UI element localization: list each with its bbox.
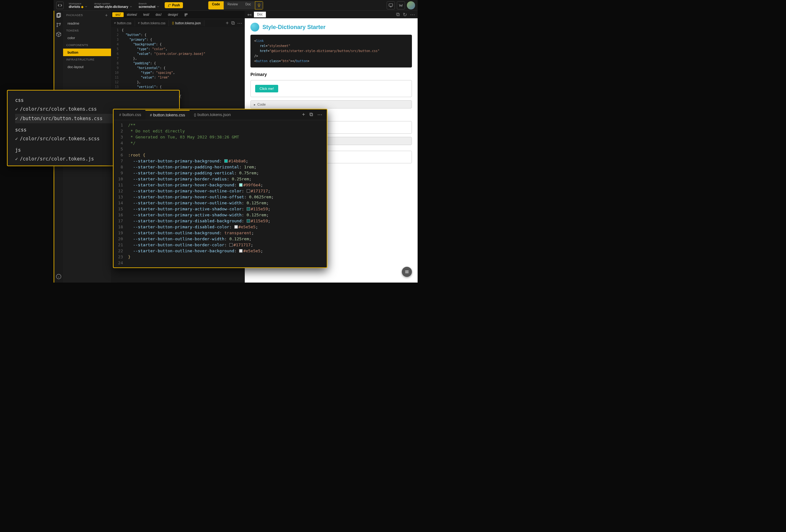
folder-tabs: src/ stories/ test/ doc/ design/ [111,11,245,19]
floating-menu-button[interactable] [402,267,412,277]
app-logo[interactable] [56,2,64,9]
chevron-down-icon [157,5,160,8]
push-button[interactable]: Push [165,2,183,8]
add-icon[interactable]: + [105,13,108,18]
section-tokens: TOKENS [63,27,111,34]
monitor-icon [389,3,393,7]
more-icon[interactable]: ⋯ [317,112,322,118]
doc-title: Style-Dictionary Starter [262,24,325,30]
more-icon[interactable]: ⋯ [410,11,415,18]
float-editor-body[interactable]: 123456789101112131415161718192021222324 … [114,120,327,268]
svg-point-0 [168,6,169,7]
git-push-icon [168,4,171,7]
files-icon[interactable] [56,13,62,18]
code-toggle-primary[interactable]: Code [250,100,412,109]
push-button-label: Push [172,3,180,7]
tab-review[interactable]: Review [224,1,241,9]
folder-tab-test[interactable]: test/ [140,12,152,17]
folder-tab-doc[interactable]: doc/ [152,12,165,17]
view-mode-tabs: Code Review Doc [208,1,263,9]
section-infrastructure: INFRASTRUCTURE [63,56,111,63]
css-icon: # [138,21,140,25]
workspace-selector[interactable]: Workspace divriots ◆ [66,2,90,8]
back-arrow-icon[interactable]: ↤ [247,11,251,18]
tab-code[interactable]: Code [208,1,224,9]
folder-tab-design[interactable]: design/ [165,12,181,17]
package-icon[interactable] [56,31,62,37]
design-system-value: starter-style-dictionary [94,5,128,8]
float-editor-tabs: #button.css #button.tokens.css {}button.… [114,110,327,120]
more-icon[interactable]: ⋯ [237,20,242,26]
file-tab-button-tokens-css[interactable]: #button.tokens.css [135,20,169,26]
info-icon[interactable] [56,274,62,279]
code-snippet: <link rel="stylesheet" href="@divriots/s… [250,35,412,68]
folder-tab-preview[interactable] [181,12,191,17]
doc-header-actions: ⧉ ↻ ⋯ [396,11,415,18]
heading-primary: Primary [250,72,412,77]
git-branch-icon[interactable] [56,22,62,28]
section-packages: PACKAGES + [63,11,111,20]
doc-panel-header: ↤ Doc ⧉ ↻ ⋯ [245,11,418,18]
menu-icon [404,269,409,274]
tab-doc[interactable]: Doc [241,1,255,9]
design-system-selector[interactable]: design system starter-style-dictionary [91,2,135,8]
branch-label: Branch [139,2,160,5]
svg-rect-2 [389,3,393,6]
header-right-group [387,1,415,9]
top-header: Workspace divriots ◆ design system start… [54,0,418,11]
sidebar-item-doc-layout[interactable]: doc-layout [63,63,111,71]
new-file-icon[interactable]: + [226,20,229,26]
w-icon [399,3,403,7]
sidebar-item-button[interactable]: button [63,49,111,56]
folder-tab-stories[interactable]: stories/ [124,12,140,17]
file-tab-button-css[interactable]: #button.css [111,20,135,26]
sidebar-item-readme[interactable]: readme [63,20,111,27]
svg-point-8 [57,26,58,27]
doc-panel-tab[interactable]: Doc [254,11,266,17]
css-icon: # [119,113,121,117]
chevron-down-icon [129,5,133,8]
fe-tab-actions: + ⧉ ⋯ [302,112,325,118]
chevron-down-icon [85,5,88,8]
copy-icon[interactable]: ⧉ [231,20,235,26]
copy-icon[interactable]: ⧉ [396,11,400,18]
copy-icon[interactable]: ⧉ [309,112,313,118]
demo-box-primary: Click me! [250,80,412,97]
fe-tab-button-css[interactable]: #button.css [115,110,145,119]
svg-rect-15 [185,15,186,16]
help-button[interactable] [397,1,405,9]
code-content[interactable]: /** * Do not edit directly * Generated o… [126,120,327,268]
workspace-value: divriots [69,5,80,8]
line-gutter: 123456789101112131415161718192021222324 [114,120,126,268]
css-icon: # [150,113,152,117]
branch-selector[interactable]: Branch screenshot [136,2,162,8]
fe-tab-button-tokens-json[interactable]: {}button.tokens.json [189,110,235,119]
floating-editor: #button.css #button.tokens.css {}button.… [113,109,327,268]
css-icon: # [114,21,116,25]
design-system-label: design system [94,2,132,5]
new-file-icon[interactable]: + [302,112,305,118]
refresh-icon[interactable]: ↻ [403,11,407,18]
svg-rect-13 [185,14,186,15]
fe-tab-button-tokens-css[interactable]: #button.tokens.css [145,110,189,119]
palette-icon [184,13,188,17]
header-left-group: Workspace divriots ◆ design system start… [56,2,183,9]
file-tab-button-tokens-json[interactable]: {}button.tokens.json [169,20,204,26]
section-components: COMPONENTS [63,42,111,49]
doc-logo-icon [250,23,259,31]
folder-tab-src[interactable]: src/ [112,12,124,17]
svg-rect-14 [186,14,188,15]
sidebar-item-color[interactable]: color [63,34,111,42]
json-icon: {} [172,21,174,25]
file-tab-actions: + ⧉ ⋯ [226,20,245,26]
svg-point-1 [170,4,171,5]
branch-value: screenshot [139,5,156,8]
svg-point-7 [57,23,58,24]
lightbulb-button[interactable] [255,1,263,9]
json-icon: {} [194,113,196,117]
monitor-button[interactable] [387,1,395,9]
file-tabs: #button.css #button.tokens.css {}button.… [111,19,245,27]
doc-title-row: Style-Dictionary Starter [250,18,412,35]
user-avatar[interactable] [407,1,415,9]
click-me-button[interactable]: Click me! [255,85,278,92]
